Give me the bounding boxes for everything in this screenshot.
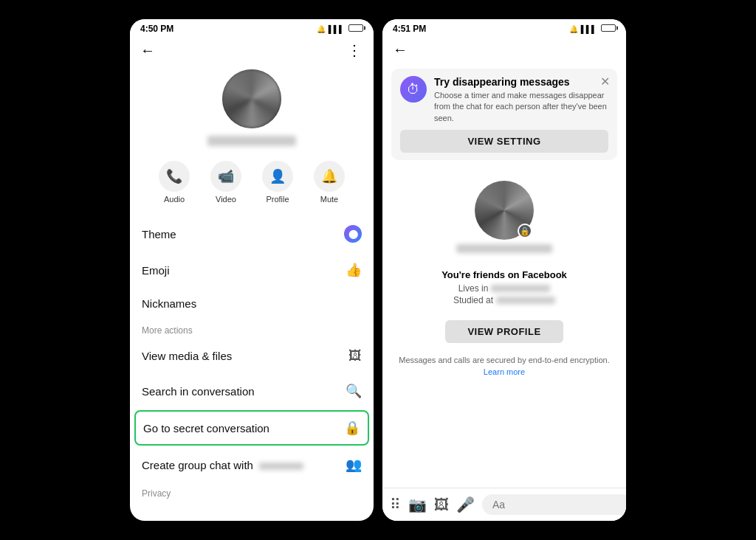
studied-at-value-blurred [496,297,555,304]
right-phone-screen: 4:51 PM 🔔 ▌▌▌ ← ⏱ Try disappearing messa… [382,19,626,521]
right-time: 4:51 PM [393,24,426,34]
timer-icon: ⏱ [400,76,427,103]
encryption-note: Messages and calls are secured by end-to… [382,349,626,384]
banner-title: Try disappearing messages [434,76,608,88]
lives-in-label: Lives in [458,283,489,294]
create-group-icon: 👥 [346,457,362,473]
bottom-toolbar: ⠿ 📷 🖼 🎤 🙂 👍 [382,488,626,521]
right-profile-section: 🔒 [382,166,626,262]
emoji-menu-item[interactable]: Emoji 👍 [130,252,374,288]
banner-description: Choose a timer and make messages disappe… [434,90,608,124]
audio-icon: 📞 [159,161,190,192]
banner-header: ⏱ Try disappearing messages Choose a tim… [400,76,608,124]
mute-button[interactable]: 🔔 Mute [314,161,345,204]
right-back-button[interactable]: ← [393,41,408,58]
image-icon[interactable]: 🖼 [434,496,449,513]
view-media-icon: 🖼 [348,348,362,364]
left-status-icons: 🔔 ▌▌▌ [317,24,363,33]
profile-button[interactable]: 👤 Profile [262,161,293,204]
lives-in-value-blurred [491,285,550,292]
theme-icon: ⬤ [344,225,362,243]
studied-at-line: Studied at [397,295,611,305]
audio-button[interactable]: 📞 Audio [159,161,190,204]
more-options-button[interactable]: ⋮ [347,41,363,59]
view-profile-button[interactable]: VIEW PROFILE [445,320,563,343]
emoji-icon: 👍 [346,262,362,278]
audio-label: Audio [164,195,185,204]
search-conversation-menu-item[interactable]: Search in conversation 🔍 [130,373,374,409]
friend-info-section: You're friends on Facebook Lives in Stud… [382,262,626,314]
create-group-menu-item[interactable]: Create group chat with 👥 [130,447,374,482]
left-time: 4:50 PM [140,24,173,34]
left-top-nav: ← ⋮ [130,37,374,63]
more-actions-section-label: More actions [130,319,374,339]
left-status-bar: 4:50 PM 🔔 ▌▌▌ [130,19,374,37]
banner-close-button[interactable]: ✕ [600,75,610,89]
video-button[interactable]: 📹 Video [210,161,241,204]
studied-at-label: Studied at [453,295,493,305]
battery-icon [347,24,363,33]
left-profile-section [130,63,374,155]
video-icon: 📹 [210,161,241,192]
emoji-label: Emoji [142,264,170,277]
search-conversation-label: Search in conversation [142,385,255,398]
left-phone-screen: 4:50 PM 🔔 ▌▌▌ ← ⋮ 📞 Audio [130,19,374,521]
secret-conversation-label: Go to secret conversation [143,422,269,435]
disappearing-banner: ⏱ Try disappearing messages Choose a tim… [391,69,617,160]
video-label: Video [216,195,236,204]
mute-label: Mute [320,195,338,204]
profile-icon: 👤 [262,161,293,192]
lock-badge: 🔒 [518,224,532,238]
mute-icon: 🔔 [314,161,345,192]
mic-icon[interactable]: 🎤 [456,496,475,513]
view-setting-button[interactable]: VIEW SETTING [400,130,608,153]
right-battery-icon [599,24,616,33]
secret-conversation-menu-item[interactable]: Go to secret conversation 🔒 [134,410,369,446]
nicknames-label: Nicknames [142,297,196,310]
action-buttons-row: 📞 Audio 📹 Video 👤 Profile 🔔 Mute [130,155,374,215]
secret-conversation-icon: 🔒 [344,420,360,436]
message-input[interactable] [482,494,626,515]
right-alarm-icon: 🔔 [569,25,578,33]
profile-label: Profile [266,195,289,204]
view-media-menu-item[interactable]: View media & files 🖼 [130,339,374,373]
back-button[interactable]: ← [140,42,155,59]
theme-label: Theme [142,228,176,240]
lives-in-line: Lives in [397,283,611,294]
right-top-nav: ← [382,37,626,63]
privacy-section-label: Privacy [130,482,374,502]
right-status-bar: 4:51 PM 🔔 ▌▌▌ [382,19,626,37]
right-signal-icon: ▌▌▌ [581,25,597,33]
learn-more-link[interactable]: Learn more [484,367,525,376]
nicknames-menu-item[interactable]: Nicknames [130,288,374,319]
camera-icon[interactable]: 📷 [408,496,427,513]
friends-on-facebook-text: You're friends on Facebook [397,269,611,280]
signal-icon: ▌▌▌ [329,25,344,33]
right-contact-name-blurred [456,244,552,253]
banner-text: Try disappearing messages Choose a timer… [434,76,608,124]
theme-menu-item[interactable]: Theme ⬤ [130,215,374,252]
create-group-label: Create group chat with [142,459,303,471]
alarm-icon: 🔔 [317,25,326,33]
menu-section: Theme ⬤ Emoji 👍 Nicknames More actions V… [130,215,374,502]
grid-icon[interactable]: ⠿ [390,496,401,513]
search-conversation-icon: 🔍 [346,383,362,399]
contact-name-blurred [207,136,296,146]
avatar [222,69,281,128]
right-status-icons: 🔔 ▌▌▌ [569,24,616,33]
right-avatar-container: 🔒 [475,181,534,240]
view-media-label: View media & files [142,350,232,362]
